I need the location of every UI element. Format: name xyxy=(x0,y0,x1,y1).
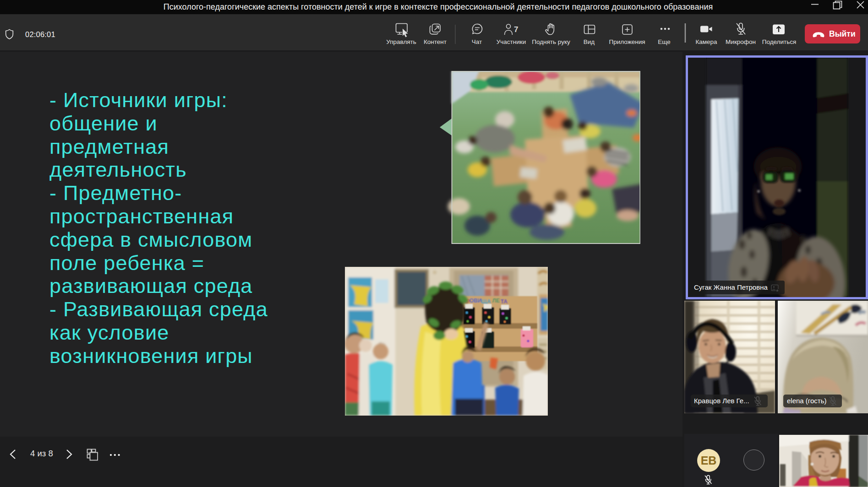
svg-text:ТА: ТА xyxy=(501,298,508,305)
svg-text:ЛЕ: ЛЕ xyxy=(492,298,500,304)
svg-text:ОВИ: ОВИ xyxy=(469,298,482,304)
svg-text:7: 7 xyxy=(514,25,518,34)
svg-text:ЩА: ЩА xyxy=(481,298,491,305)
